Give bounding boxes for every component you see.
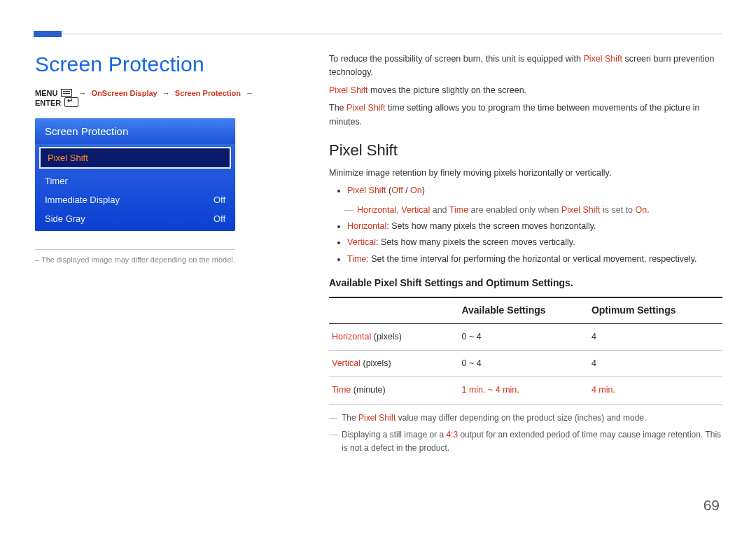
text: To reduce the possibility of screen burn… [329, 54, 583, 64]
osd-row-label: Pixel Shift [48, 153, 88, 163]
text: Off [391, 185, 402, 195]
arrow-icon: → [79, 89, 87, 97]
osd-header: Screen Protection [35, 118, 235, 144]
table-cell: Time (minute) [329, 377, 458, 404]
osd-panel: Screen Protection Pixel Shift Timer Imme… [35, 118, 235, 231]
osd-row-value: Off [214, 213, 225, 224]
text: Pixel Shift [346, 103, 386, 113]
text: Displaying a still image or a [342, 430, 446, 440]
menu-icon [61, 89, 72, 97]
accent-tick [34, 31, 62, 37]
table-cell: 4 [589, 323, 722, 350]
text: / [403, 185, 410, 195]
caption-note: – The displayed image may differ dependi… [35, 255, 252, 264]
bullet-list: Pixel Shift (Off / On) [329, 184, 722, 197]
text: Pixel Shift [329, 85, 368, 95]
intro-line-1: To reduce the possibility of screen burn… [329, 52, 722, 80]
text: On [636, 205, 648, 215]
list-item: Time: Set the time interval for performi… [347, 253, 722, 266]
osd-body: Pixel Shift Timer Immediate Display Off … [35, 147, 235, 231]
text: Pixel Shift [561, 205, 601, 215]
table-cell: Vertical (pixels) [329, 350, 458, 377]
sub-note: Horizontal, Vertical and Time are enable… [349, 204, 722, 217]
table-cell: 4 [589, 350, 722, 377]
page-title: Screen Protection [35, 52, 273, 76]
table-cell: Horizontal (pixels) [329, 323, 458, 350]
text: Vertical [401, 205, 430, 215]
table-cell: 0 ~ 4 [458, 323, 588, 350]
arrow-icon: → [162, 89, 170, 97]
text: : Sets how many pixels the screen moves … [386, 221, 596, 231]
intro-line-2: Pixel Shift moves the picture slightly o… [329, 84, 722, 97]
text: Time [347, 254, 366, 264]
text: Horizontal [357, 205, 396, 215]
caption-note-prefix: – [35, 255, 41, 264]
osd-row-value: Off [214, 195, 225, 205]
text: : Set the time interval for performing t… [366, 254, 696, 264]
text: On [410, 185, 422, 195]
table-header: Available Settings [458, 297, 588, 323]
settings-table: Available Settings Optimum Settings Hori… [329, 297, 722, 405]
list-item: Horizontal: Sets how many pixels the scr… [347, 220, 722, 233]
osd-row-label: Side Gray [45, 213, 85, 224]
text: Pixel Shift [358, 413, 396, 423]
text: Horizontal [347, 221, 386, 231]
list-item: Pixel Shift (Off / On) [347, 184, 722, 197]
table-row: Time (minute)1 min. ~ 4 min.4 min. [329, 377, 722, 404]
text: Pixel Shift [347, 185, 386, 195]
text: value may differ depending on the produc… [396, 413, 646, 423]
table-header: Optimum Settings [589, 297, 722, 323]
text: . [647, 205, 649, 215]
caption-note-text: The displayed image may differ depending… [41, 255, 235, 264]
table-row: Vertical (pixels)0 ~ 44 [329, 350, 722, 377]
osd-row-side-gray[interactable]: Side Gray Off [35, 209, 235, 228]
text: ) [422, 185, 425, 195]
osd-row-label: Immediate Display [45, 195, 120, 205]
text: moves the picture slightly on the screen… [368, 85, 527, 95]
text: and [430, 205, 449, 215]
section-lead: Minimize image retention by finely movin… [329, 167, 722, 180]
table-cell: 0 ~ 4 [458, 350, 588, 377]
text: 4:3 [446, 430, 458, 440]
table-row: Horizontal (pixels)0 ~ 44 [329, 323, 722, 350]
list-item: Vertical: Sets how many pixels the scree… [347, 236, 722, 249]
sub-bullet-list: Horizontal: Sets how many pixels the scr… [329, 220, 722, 266]
enter-icon [64, 97, 78, 107]
text: : Sets how many pixels the screen moves … [376, 237, 575, 247]
table-header [329, 297, 458, 323]
breadcrumb-path-2: Screen Protection [175, 89, 241, 97]
osd-row-pixel-shift[interactable]: Pixel Shift [39, 147, 231, 169]
text: Vertical [347, 237, 376, 247]
separator [35, 249, 235, 250]
arrow-icon: → [246, 89, 253, 97]
foot-note-item: Displaying a still image or a 4:3 output… [329, 428, 722, 454]
breadcrumb-path-1: OnScreen Display [92, 89, 158, 97]
text: Pixel Shift [583, 54, 622, 64]
foot-note-item: The Pixel Shift value may differ dependi… [329, 412, 722, 425]
table-title: Available Pixel Shift Settings and Optim… [329, 276, 722, 291]
table-cell: 1 min. ~ 4 min. [458, 377, 588, 404]
text: are enabled only when [468, 205, 561, 215]
osd-row-timer[interactable]: Timer [35, 171, 235, 190]
section-heading: Pixel Shift [329, 139, 722, 162]
text: Time [449, 205, 468, 215]
osd-row-label: Timer [45, 176, 68, 186]
breadcrumb: MENU → OnScreen Display → Screen Protect… [35, 89, 273, 107]
intro-line-3: The Pixel Shift time setting allows you … [329, 101, 722, 129]
breadcrumb-enter-label: ENTER [35, 99, 61, 107]
osd-row-immediate-display[interactable]: Immediate Display Off [35, 190, 235, 209]
breadcrumb-menu-label: MENU [35, 89, 57, 97]
text: is set to [600, 205, 635, 215]
table-cell: 4 min. [589, 377, 722, 404]
text: The [329, 103, 346, 113]
top-rule [35, 34, 722, 34]
text: The [342, 413, 358, 423]
foot-notes: The Pixel Shift value may differ dependi… [329, 412, 722, 455]
